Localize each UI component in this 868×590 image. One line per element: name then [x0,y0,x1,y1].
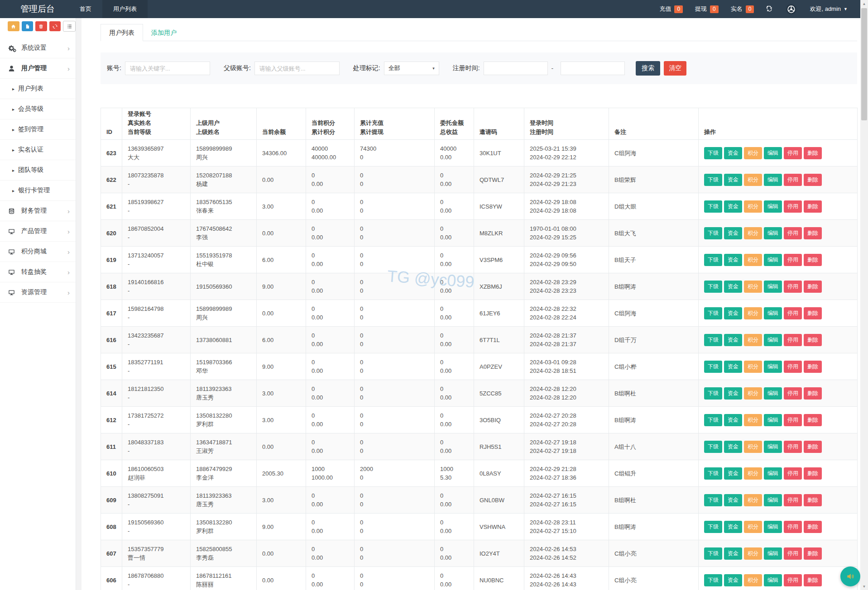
action-button[interactable]: 资金 [724,361,742,373]
action-button[interactable]: 下级 [704,361,722,373]
action-button[interactable]: 停用 [784,467,802,480]
action-button[interactable]: 积分 [744,307,762,319]
action-button[interactable]: 积分 [744,254,762,266]
action-button[interactable]: 下级 [704,494,722,506]
action-button[interactable]: 编辑 [764,227,782,239]
action-button[interactable]: 停用 [784,547,802,560]
action-button[interactable]: 积分 [744,441,762,453]
action-button[interactable]: 删除 [804,227,822,239]
toolbar-button[interactable] [35,21,47,31]
action-button[interactable]: 删除 [804,307,822,319]
action-button[interactable]: 下级 [704,441,722,453]
action-button[interactable]: 资金 [724,334,742,346]
account-input[interactable] [125,62,210,75]
action-button[interactable]: 编辑 [764,574,782,586]
toolbar-button[interactable] [22,21,34,31]
action-button[interactable]: 下级 [704,281,722,293]
action-button[interactable]: 编辑 [764,441,782,453]
action-button[interactable]: 下级 [704,307,722,319]
action-button[interactable]: 停用 [784,147,802,159]
action-button[interactable]: 删除 [804,254,822,266]
nav-badge[interactable]: 充值 0 [659,5,683,13]
refresh-icon[interactable] [766,6,773,13]
sidebar-item[interactable]: ▸ 实名认证 › [0,140,76,160]
action-button[interactable]: 积分 [744,227,762,239]
regtime-start-input[interactable] [484,62,548,75]
action-button[interactable]: 编辑 [764,361,782,373]
action-button[interactable]: 停用 [784,307,802,319]
action-button[interactable]: 资金 [724,254,742,266]
action-button[interactable]: 积分 [744,174,762,186]
action-button[interactable]: 编辑 [764,147,782,159]
sidebar-item[interactable]: ▸ 财务管理 › [0,201,76,221]
action-button[interactable]: 资金 [724,414,742,426]
action-button[interactable]: 停用 [784,334,802,346]
action-button[interactable]: 停用 [784,494,802,506]
scroll-down-arrow-icon[interactable]: ▼ [860,583,868,590]
page-scrollbar[interactable]: ▲ ▼ [860,0,868,590]
action-button[interactable]: 删除 [804,281,822,293]
action-button[interactable]: 停用 [784,174,802,186]
action-button[interactable]: 编辑 [764,281,782,293]
nav-tab[interactable]: 首页 [69,0,102,18]
action-button[interactable]: 积分 [744,361,762,373]
action-button[interactable]: 资金 [724,147,742,159]
action-button[interactable]: 停用 [784,574,802,586]
sidebar-item[interactable]: ▸ 用户管理 › [0,58,76,79]
action-button[interactable]: 编辑 [764,307,782,319]
action-button[interactable]: 资金 [724,200,742,213]
action-button[interactable]: 资金 [724,307,742,319]
action-button[interactable]: 停用 [784,521,802,533]
action-button[interactable]: 资金 [724,174,742,186]
action-button[interactable]: 资金 [724,494,742,506]
nav-badge[interactable]: 提现 0 [695,5,719,13]
avatar[interactable] [785,3,797,15]
sidebar-item[interactable]: ▸ 资源管理 › [0,282,76,303]
clear-button[interactable]: 清空 [664,61,686,76]
action-button[interactable]: 停用 [784,414,802,426]
action-button[interactable]: 编辑 [764,387,782,400]
action-button[interactable]: 删除 [804,174,822,186]
sidebar-item[interactable]: ▸ 会员等级 › [0,99,76,119]
action-button[interactable]: 停用 [784,281,802,293]
action-button[interactable]: 编辑 [764,547,782,560]
sidebar-item[interactable]: ▸ 团队等级 › [0,160,76,181]
nav-tab[interactable]: 用户列表 [102,0,148,18]
action-button[interactable]: 积分 [744,521,762,533]
action-button[interactable]: 编辑 [764,174,782,186]
sidebar-item[interactable]: ▸ 积分商城 › [0,242,76,262]
toolbar-button[interactable] [63,21,76,32]
action-button[interactable]: 停用 [784,200,802,213]
action-button[interactable]: 删除 [804,334,822,346]
action-button[interactable]: 积分 [744,200,762,213]
regtime-end-input[interactable] [561,62,625,75]
action-button[interactable]: 资金 [724,441,742,453]
nav-badge[interactable]: 实名 0 [731,5,754,13]
scroll-up-arrow-icon[interactable]: ▲ [860,0,868,7]
flag-select[interactable]: 全部 ▾ [384,62,439,75]
action-button[interactable]: 删除 [804,200,822,213]
action-button[interactable]: 资金 [724,227,742,239]
sidebar-item[interactable]: ▸ 系统设置 › [0,38,76,58]
action-button[interactable]: 删除 [804,387,822,400]
action-button[interactable]: 积分 [744,467,762,480]
action-button[interactable]: 下级 [704,521,722,533]
tab-add-user[interactable]: 添加用户 [143,24,185,41]
action-button[interactable]: 停用 [784,227,802,239]
action-button[interactable]: 下级 [704,574,722,586]
toolbar-button[interactable] [49,21,61,31]
search-button[interactable]: 搜索 [636,61,660,76]
action-button[interactable]: 编辑 [764,414,782,426]
action-button[interactable]: 下级 [704,147,722,159]
sidebar-item[interactable]: ▸ 产品管理 › [0,221,76,242]
action-button[interactable]: 停用 [784,254,802,266]
action-button[interactable]: 编辑 [764,494,782,506]
action-button[interactable]: 下级 [704,467,722,480]
action-button[interactable]: 下级 [704,547,722,560]
parent-account-input[interactable] [254,62,340,75]
action-button[interactable]: 资金 [724,281,742,293]
sidebar-item[interactable]: ▸ 用户列表 › [0,79,76,99]
toolbar-button[interactable] [8,21,19,31]
action-button[interactable]: 积分 [744,494,762,506]
action-button[interactable]: 删除 [804,414,822,426]
